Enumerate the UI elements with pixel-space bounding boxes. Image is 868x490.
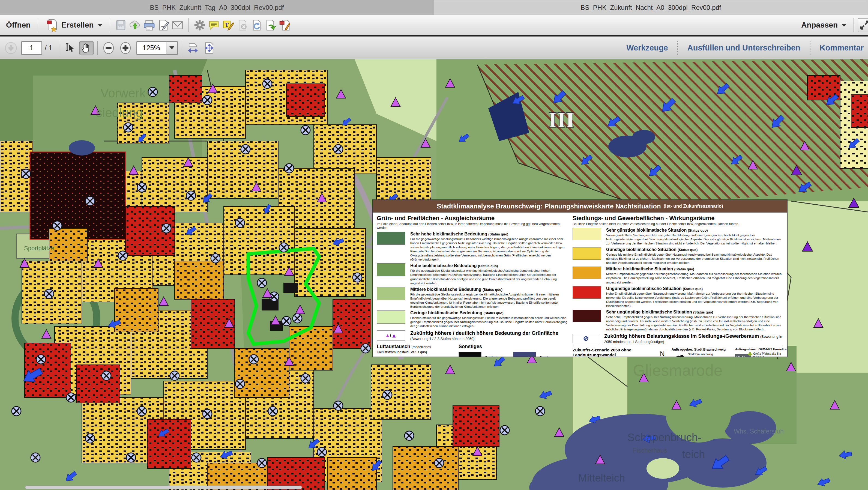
contractor-header: Auftragnehmer: GEO-NET Umweltconsulting … — [735, 347, 781, 351]
export-page-icon[interactable] — [264, 18, 278, 32]
legend-color-swatch — [377, 263, 405, 276]
svg-text:Schapenbruch-: Schapenbruch- — [627, 431, 701, 443]
edit-document-icon[interactable] — [278, 18, 292, 32]
horizontal-scrollbar[interactable] — [25, 486, 302, 489]
page-down-icon[interactable] — [4, 41, 18, 55]
legend-item-future-load: Zukünftig höhere Belastungsklasse im Sie… — [572, 333, 783, 344]
separator — [59, 41, 59, 55]
fit-page-icon[interactable] — [202, 41, 216, 55]
sonstiges-header: Sonstiges — [459, 344, 568, 349]
misc-color-swatch — [459, 352, 482, 357]
sign-document-icon[interactable] — [156, 18, 170, 32]
save-icon[interactable] — [114, 18, 128, 32]
adjust-button[interactable]: Anpassen — [798, 19, 850, 32]
legend-color-swatch — [572, 310, 601, 322]
legend-misc-item: Gebäude — [459, 352, 513, 357]
page-total-label: / 1 — [45, 44, 52, 52]
comment-panel-button[interactable]: Kommentar — [816, 42, 867, 54]
legend-color-swatch — [377, 232, 405, 245]
legend-item: Mittlere bioklimatische Situation (Statu… — [572, 267, 783, 284]
tab-document-nacht[interactable]: BS_PHK_Zukunft_Nacht_A0_300dpi_Rev00.pdf — [434, 0, 868, 15]
legend-item-description: Hohe Empfindlichkeit gegenüber Nutzungsi… — [606, 292, 783, 308]
legend-title-suffix: (Ist- und Zukunftsszenario) — [664, 204, 723, 209]
legend-item-description: Für die gegenwärtige Siedlungsstruktur e… — [410, 292, 568, 309]
geo-net-logo: GEO- NET — [735, 352, 751, 357]
legend-item-future-green: ▲/▲ Zukünftig höhere / deutlich höhere B… — [377, 330, 568, 341]
triangle-magenta-icon: ▲ — [385, 333, 390, 338]
svg-text:siedlung: siedlung — [96, 105, 143, 120]
client-header: Auftraggeber: Stadt Braunschweig — [672, 347, 733, 351]
legend-item-title: Mittlere bioklimatische Bedeutung (Statu… — [410, 287, 568, 292]
legend-settlement-section: Siedlungs- und Gewerbeflächen - Wirkungs… — [572, 215, 783, 357]
zoom-in-icon[interactable] — [118, 41, 132, 55]
cold-air-corridor-icon — [377, 357, 386, 357]
window-tab-bar: BS_PHK_Zukunft_Tag_A0_300dpi_Rev00.pdf B… — [0, 0, 868, 15]
open-button[interactable]: Öffnen — [3, 19, 34, 32]
pdf-map-viewport[interactable]: Vorwerk-siedlungIIIGliesmarodeSchapenbru… — [0, 59, 868, 490]
create-pdf-button[interactable]: Erstellen — [42, 16, 105, 34]
gear-icon[interactable] — [193, 18, 207, 32]
zoom-level-input[interactable]: 125% — [136, 41, 166, 55]
legend-green-spaces-section: Grün- und Freiflächen - Ausgleichsräume … — [377, 215, 568, 357]
comment-bubble-icon[interactable] — [207, 18, 221, 32]
legend-item: Geringe bioklimatische Bedeutung (Status… — [377, 310, 568, 328]
rotate-page-icon[interactable] — [249, 18, 264, 32]
geo-net-plus-icon — [748, 352, 752, 356]
svg-text:Sportplätze: Sportplätze — [24, 245, 54, 251]
legend-item-title: Sehr günstige bioklimatische Situation (… — [606, 228, 783, 233]
legend-item-description: Flächen stellen für die gegenwärtige Sie… — [410, 316, 568, 328]
address-line: 30161 Hannover — [753, 356, 781, 357]
legend-item-title: Sehr ungünstige bioklimatische Situation… — [606, 310, 783, 314]
separator — [677, 41, 678, 55]
legend-right-note: Bauliche Eingriffe sollten nicht zu eine… — [572, 222, 783, 226]
braunschweig-lion-emblem — [672, 353, 686, 357]
text-annotation-icon[interactable]: T — [221, 18, 235, 32]
chevron-down-icon — [841, 24, 846, 27]
legend-item: Ungünstige bioklimatische Situation (Sta… — [572, 286, 783, 308]
select-tool-icon[interactable] — [63, 41, 77, 55]
legend-misc-section: Sonstiges GebäudeGewässerGleisflächeGewe… — [459, 344, 568, 357]
hand-tool-icon[interactable] — [80, 41, 94, 55]
legend-footer: Zukunfts-Szenario 2050 ohne Landnutzungs… — [572, 346, 783, 357]
fill-sign-panel-button[interactable]: Ausfüllen und Unterschreiben — [684, 42, 804, 54]
misc-color-swatch — [513, 352, 536, 357]
page-number-input[interactable]: 1 — [21, 41, 42, 55]
tab-document-tag[interactable]: BS_PHK_Zukunft_Tag_A0_300dpi_Rev00.pdf — [0, 0, 434, 15]
triangle-purple-icon: ▲ — [391, 332, 397, 339]
legend-item-description: Für die gegenwärtige Siedlungsstruktur b… — [410, 237, 568, 262]
tools-panel-button[interactable]: Werkzeuge — [623, 42, 671, 54]
separator — [854, 18, 854, 32]
address-line: Stadt Braunschweig — [688, 353, 730, 356]
chevron-down-icon — [169, 47, 174, 50]
zoom-out-icon[interactable] — [101, 41, 116, 55]
legend-item-description: Für die gegenwärtige Siedlungsstruktur w… — [410, 269, 568, 285]
create-pdf-icon — [45, 18, 59, 32]
address-line: FB Stadtplanung u. Umweltschutz — [688, 356, 730, 357]
volumenstrom-label: Kaltluftvolumenstrom — [429, 357, 459, 357]
cloud-upload-icon[interactable] — [128, 18, 142, 32]
legend-item-description: Sehr hohe Empfindlichkeit gegenüber Nutz… — [606, 315, 783, 331]
fullscreen-icon[interactable] — [858, 18, 868, 32]
delete-page-icon[interactable] — [235, 18, 249, 32]
open-label: Öffnen — [6, 21, 31, 29]
future-load-swatch — [572, 334, 599, 343]
separator — [38, 18, 38, 32]
email-icon[interactable] — [170, 18, 185, 32]
future-green-suffix: (Bewertung 1 / 2-3 Stufen höher in 2050) — [410, 337, 475, 341]
misc-label: Gebäude — [485, 356, 499, 357]
legend-item-volumenstrom: Kaltluftvolumenstrom Mittel / Hoch / Seh… — [417, 357, 459, 357]
separator — [810, 41, 810, 55]
future-load-title: Zukünftig höhere Belastungsklasse im Sie… — [604, 333, 759, 339]
svg-text:Whs. Schäfersruh: Whs. Schäfersruh — [734, 428, 784, 435]
zoom-dropdown-button[interactable] — [166, 41, 178, 55]
misc-label: Gewässer — [539, 356, 555, 357]
legend-item-title: Günstige bioklimatische Situation (Statu… — [606, 247, 783, 252]
svg-text:III: III — [548, 108, 575, 132]
svg-text:T: T — [225, 22, 228, 28]
fit-width-icon[interactable] — [186, 41, 200, 55]
print-icon[interactable] — [142, 18, 156, 32]
crossed-circle-icon — [583, 336, 589, 341]
legend-color-swatch — [377, 287, 405, 300]
legend-item-description: Geringe bis mittlere Empfindlichkeit geg… — [606, 252, 783, 265]
separator — [182, 41, 182, 55]
